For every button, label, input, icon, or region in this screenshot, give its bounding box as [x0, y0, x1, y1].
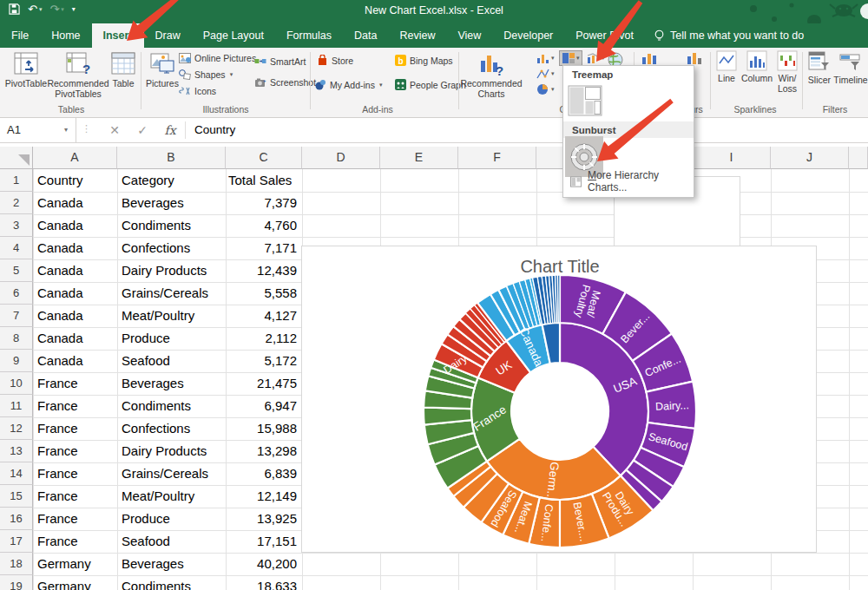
row-header-1[interactable]: 1 [0, 169, 33, 192]
tab-draw[interactable]: Draw [144, 23, 192, 48]
insert-combo-chart-button[interactable]: ▾ [585, 51, 607, 65]
screenshot-button[interactable]: + Screenshot▾ [254, 77, 324, 88]
tell-me-box[interactable]: Tell me what you want to do [645, 23, 812, 48]
cell-b1[interactable]: Category [122, 169, 223, 192]
cell-b17[interactable]: Seafood [122, 530, 223, 553]
cell-b16[interactable]: Produce [122, 508, 223, 530]
cell-c12[interactable]: 15,988 [228, 417, 297, 440]
cell-b9[interactable]: Seafood [122, 350, 223, 372]
row-header-7[interactable]: 7 [0, 305, 33, 327]
row-header-13[interactable]: 13 [0, 440, 33, 462]
cell-a5[interactable]: Canada [37, 259, 115, 282]
cell-a9[interactable]: Canada [37, 350, 115, 372]
cell-a2[interactable]: Canada [37, 192, 115, 214]
cell-a19[interactable]: Germany [37, 575, 115, 590]
insert-hierarchy-chart-button[interactable]: ▾ [560, 51, 582, 65]
pivotchart-button[interactable] [640, 50, 666, 65]
row-header-6[interactable]: 6 [0, 282, 33, 305]
column-header-E[interactable]: E [380, 147, 458, 169]
column-header-C[interactable]: C [226, 147, 302, 169]
row-header-3[interactable]: 3 [0, 214, 33, 237]
icons-button[interactable]: Icons [179, 86, 216, 96]
cell-c15[interactable]: 12,149 [228, 485, 297, 508]
table-button[interactable]: Table [108, 50, 139, 89]
recommended-charts-button[interactable]: ? Recommended Charts [464, 50, 519, 99]
cell-c11[interactable]: 6,947 [228, 395, 297, 417]
tab-file[interactable]: File [0, 23, 40, 48]
column-header-J[interactable]: J [771, 147, 849, 169]
store-button[interactable]: Store [317, 55, 353, 66]
my-addins-button[interactable]: My Add-ins▾ [315, 79, 382, 90]
tab-insert[interactable]: Insert [92, 23, 144, 48]
tab-developer[interactable]: Developer [492, 23, 564, 48]
row-header-14[interactable]: 14 [0, 462, 33, 485]
cell-b13[interactable]: Dairy Products [122, 440, 223, 462]
row-header-2[interactable]: 2 [0, 192, 33, 214]
tab-home[interactable]: Home [40, 23, 91, 48]
cell-c14[interactable]: 6,839 [228, 462, 297, 485]
column-header-D[interactable]: D [302, 147, 380, 169]
cell-c16[interactable]: 13,925 [228, 508, 297, 530]
cell-b11[interactable]: Condiments [122, 395, 223, 417]
recommended-pivottables-button[interactable]: ? Recommended PivotTables [49, 50, 107, 99]
cell-c8[interactable]: 2,112 [228, 327, 297, 350]
timeline-button[interactable]: Timeline [835, 50, 866, 86]
row-header-18[interactable]: 18 [0, 553, 33, 575]
row-header-17[interactable]: 17 [0, 530, 33, 553]
bing-maps-button[interactable]: b Bing Maps [395, 55, 453, 66]
cancel-formula-icon[interactable]: ✕ [102, 118, 127, 142]
column-header-A[interactable]: A [33, 147, 117, 169]
cell-a12[interactable]: France [37, 417, 115, 440]
column-header-F[interactable]: F [458, 147, 536, 169]
3d-map-button[interactable] [684, 50, 710, 65]
cell-b10[interactable]: Beverages [122, 372, 223, 395]
cell-b6[interactable]: Grains/Cereals [122, 282, 223, 305]
row-header-16[interactable]: 16 [0, 508, 33, 530]
row-header-12[interactable]: 12 [0, 417, 33, 440]
cell-c13[interactable]: 13,298 [228, 440, 297, 462]
row-header-5[interactable]: 5 [0, 259, 33, 282]
cell-a8[interactable]: Canada [37, 327, 115, 350]
cell-c9[interactable]: 5,172 [228, 350, 297, 372]
column-header-I[interactable]: I [693, 147, 771, 169]
tab-view[interactable]: View [446, 23, 492, 48]
cell-a16[interactable]: France [37, 508, 115, 530]
cell-a7[interactable]: Canada [37, 305, 115, 327]
cell-b15[interactable]: Meat/Poultry [122, 485, 223, 508]
row-header-11[interactable]: 11 [0, 395, 33, 417]
insert-scatter-chart-button[interactable]: ▾ [535, 67, 556, 81]
treemap-gallery-tile[interactable] [568, 85, 606, 120]
cell-c3[interactable]: 4,760 [228, 214, 297, 237]
cell-a18[interactable]: Germany [37, 553, 115, 575]
cell-a6[interactable]: Canada [37, 282, 115, 305]
row-header-8[interactable]: 8 [0, 327, 33, 350]
insert-pie-chart-button[interactable]: ▾ [535, 82, 556, 96]
cell-c7[interactable]: 4,127 [228, 305, 297, 327]
cell-b18[interactable]: Beverages [122, 553, 223, 575]
cell-a4[interactable]: Canada [37, 237, 115, 259]
shapes-button[interactable]: Shapes▾ [179, 69, 233, 80]
cell-b3[interactable]: Condiments [122, 214, 223, 237]
cell-c2[interactable]: 7,379 [228, 192, 297, 214]
cell-b7[interactable]: Meat/Poultry [122, 305, 223, 327]
column-header-B[interactable]: B [117, 147, 226, 169]
row-header-10[interactable]: 10 [0, 372, 33, 395]
sparkline-column-button[interactable]: Column [741, 50, 773, 84]
tab-review[interactable]: Review [388, 23, 446, 48]
cell-b19[interactable]: Condiments [122, 575, 223, 590]
enter-formula-icon[interactable]: ✓ [130, 118, 155, 142]
cell-b14[interactable]: Grains/Cereals [122, 462, 223, 485]
cell-c10[interactable]: 21,475 [228, 372, 297, 395]
chart-title[interactable]: Chart Title [520, 257, 599, 276]
online-pictures-button[interactable]: Online Pictures [179, 53, 256, 63]
tab-data[interactable]: Data [343, 23, 388, 48]
row-header-19[interactable]: 19 [0, 575, 33, 590]
cell-b12[interactable]: Confections [122, 417, 223, 440]
pivottable-button[interactable]: PivotTable [3, 50, 49, 89]
cell-b4[interactable]: Confections [122, 237, 223, 259]
sunburst-cat-x-x[interactable] [557, 275, 560, 323]
cell-a13[interactable]: France [37, 440, 115, 462]
formula-bar-content[interactable]: Country [194, 118, 235, 142]
cell-a14[interactable]: France [37, 462, 115, 485]
select-all-corner[interactable] [0, 147, 33, 169]
